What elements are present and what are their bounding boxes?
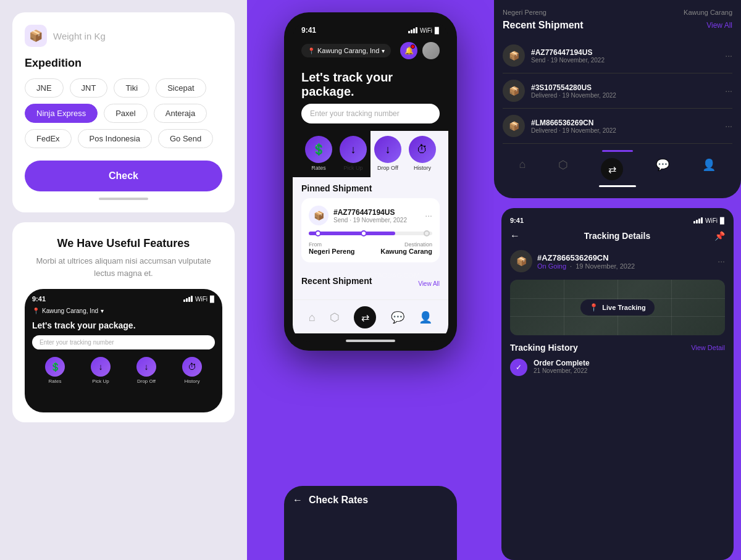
right-panel: Negeri Pereng Kawung Carang Recent Shipm… [494,0,741,560]
top-route-info: Negeri Pereng Kawung Carang [503,9,732,16]
notification-button[interactable]: 🔔 [400,42,417,59]
dropoff-nav-label: Drop Off [377,165,398,171]
chip-jnt[interactable]: JNT [70,78,108,98]
right-bottom-nav: ⌂ ⬡ ⇄ 💬 👤 [503,153,732,180]
transfer-nav-icon[interactable]: ⇄ [354,306,376,328]
td-pin-icon[interactable]: 📌 [714,231,725,241]
center-panel: 9:41 WiFi ▉ 📍 Kawung Carang, Ind [247,0,494,560]
status-time: 9:41 [301,26,316,35]
chat-nav-icon[interactable]: 💬 [391,311,404,324]
live-tracking-button[interactable]: 📍 Live Tracking [580,299,654,316]
td-back-button[interactable]: ← [510,230,520,241]
chip-grid-2: Ninja Express Paxel Anteraja [25,104,222,123]
shipment-meta: Send · 19 November, 2022 [333,217,407,224]
chip-tiki[interactable]: Tiki [114,78,149,98]
nav-dropoff[interactable]: ↓ Drop Off [374,136,401,171]
td-status-icons: WiFi ▉ [693,217,725,224]
rs-info-1: #3S107554280US Delivered · 19 November, … [531,83,719,99]
rbn-transfer-icon[interactable]: ⇄ [601,158,623,180]
chip-paxel[interactable]: Paxel [104,104,148,123]
recent-shipment-title: Recent Shipment [503,20,584,31]
home-indicator [99,198,148,200]
expedition-title: Expedition [25,57,222,70]
chevron-down-icon: ▾ [382,48,385,54]
bottom-navigation: ⌂ ⬡ ⇄ 💬 👤 [293,299,448,333]
mini-search-bar[interactable]: Enter your tracking number [32,335,215,349]
rs-dots-1[interactable]: ··· [725,86,732,96]
live-tracking-icon: 📍 [589,303,598,312]
mini-time: 9:41 [32,295,46,303]
rs-id-0: #AZ776447194US [531,48,719,57]
rates-content-area [293,514,448,551]
view-detail-link[interactable]: View Detail [691,344,725,351]
mini-nav-history[interactable]: ⏱ History [182,357,202,384]
rs-dots-0[interactable]: ··· [725,51,732,61]
rbn-cube-icon[interactable]: ⬡ [558,158,568,180]
mini-location-text: Kawung Carang, Ind [42,307,98,314]
from-city: Negeri Pereng [309,248,355,255]
chip-sicepat[interactable]: Sicepat [156,78,206,98]
view-all-link[interactable]: View All [418,280,440,287]
active-indicator-bar [602,150,633,152]
wifi-icon: WiFi [195,296,207,303]
rbn-user-icon[interactable]: 👤 [702,158,716,180]
search-bar[interactable]: Enter your tracking number [301,104,440,123]
mini-location: 📍 Kawung Carang, Ind ▾ [32,307,215,314]
status-bar: 9:41 WiFi ▉ [293,21,448,37]
rs-meta-1: Delivered · 19 November, 2022 [531,92,719,99]
expedition-card: 📦 Weight in Kg Expedition JNE JNT Tiki S… [12,12,235,212]
map-area: 📍 Live Tracking [510,280,725,335]
chip-ninja-express[interactable]: Ninja Express [25,104,98,123]
rs-dots-2[interactable]: ··· [725,121,732,131]
feature-card: We Have Useful Features Morbi at ultrice… [12,222,235,422]
rbn-chat-icon[interactable]: 💬 [656,158,669,180]
avatar[interactable] [422,42,440,59]
from-label: From [309,241,355,248]
mini-nav-icons: 💲 Rates ↓ Pick Up ↓ Drop Off ⏱ History [32,357,215,384]
recent-view-all[interactable]: View All [706,21,732,30]
mini-nav-pickup[interactable]: ↓ Pick Up [91,357,111,384]
nav-history[interactable]: ⏱ History [409,136,436,171]
progress-bar [309,232,432,235]
nav-pickup[interactable]: ↓ Pick Up [340,136,367,171]
check-button[interactable]: Check [25,161,222,191]
map-grid-v3 [671,280,672,335]
td-shipment-id: #AZ7866536269CN [537,253,713,262]
from-info: From Negeri Pereng [309,241,355,255]
tracking-details-card: 9:41 WiFi ▉ ← Tracking Details 📌 📦 #A [501,208,734,560]
notification-dot [411,44,415,49]
three-dots-menu[interactable]: ··· [425,211,432,220]
chip-pos-indonesia[interactable]: Pos Indonesia [78,129,152,148]
rbn-home-icon[interactable]: ⌂ [519,158,526,180]
mini-nav-rates[interactable]: 💲 Rates [45,357,65,384]
rs-box-icon-2: 📦 [503,115,525,137]
cube-nav-icon[interactable]: ⬡ [330,311,340,324]
td-wifi-icon: WiFi [705,217,718,224]
wifi-icon: WiFi [420,27,432,34]
chip-go-send[interactable]: Go Send [158,129,213,148]
rates-back-button[interactable]: ← [293,495,303,506]
rates-nav-label: Rates [311,165,326,171]
rs-id-1: #3S107554280US [531,83,719,92]
shipment-card-top: 📦 #AZ776447194US Send · 19 November, 202… [309,206,432,225]
chip-anteraja[interactable]: Anteraja [154,104,207,123]
th-check-icon: ✓ [510,359,527,376]
dest-city: Kawung Carang [380,248,432,255]
main-phone-mockup: 9:41 WiFi ▉ 📍 Kawung Carang, Ind [284,12,457,351]
user-nav-icon[interactable]: 👤 [419,311,432,324]
chip-jne[interactable]: JNE [25,78,64,98]
pickup-nav-icon: ↓ [340,136,367,163]
location-pill[interactable]: 📍 Kawung Carang, Ind ▾ [301,44,391,57]
history-nav-label: History [414,165,431,171]
td-dots[interactable]: ··· [718,256,725,266]
shipment-box-icon: 📦 [309,206,329,225]
mini-location-pin-icon: 📍 [32,307,40,314]
chip-grid-3: FedEx Pos Indonesia Go Send [25,129,222,148]
mini-nav-dropoff[interactable]: ↓ Drop Off [136,357,156,384]
chip-fedex[interactable]: FedEx [25,129,72,148]
progress-mid-dot [361,230,367,236]
history-label: History [185,378,200,384]
shipment-list-item-1: 📦 #3S107554280US Delivered · 19 November… [503,73,732,109]
nav-rates[interactable]: 💲 Rates [305,136,332,171]
home-nav-icon[interactable]: ⌂ [309,311,316,324]
